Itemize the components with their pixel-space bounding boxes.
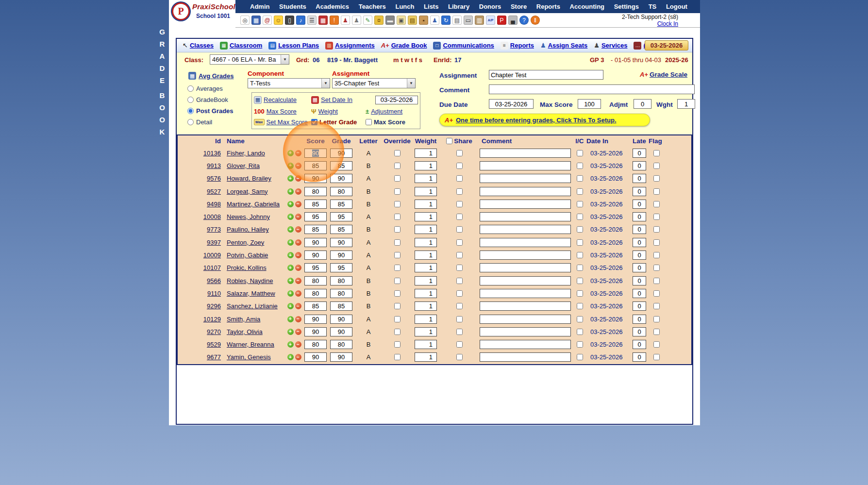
increment-score-button[interactable]: + [287,265,294,271]
override-checkbox[interactable] [394,316,401,322]
adjmt-input[interactable] [634,99,651,109]
share-checkbox[interactable] [456,163,463,169]
share-all-checkbox[interactable] [446,138,452,144]
share-checkbox[interactable] [456,265,463,271]
top-nav-reports[interactable]: Reports [536,3,560,10]
student-icon[interactable]: ♟ [341,16,350,25]
comment-input[interactable] [480,161,571,170]
student-name-link[interactable]: Yamin, Genesis [227,353,271,361]
flag-checkbox[interactable] [653,354,660,360]
help-icon[interactable]: ? [519,16,529,25]
late-input[interactable] [633,301,646,311]
calendar-icon[interactable]: ▦ [318,16,328,25]
ic-checkbox[interactable] [577,175,583,182]
student-name-link[interactable]: Martinez, Gabriella [227,201,280,208]
student-id-link[interactable]: 10136 [203,150,221,157]
flag-checkbox[interactable] [653,214,660,220]
student-id-link[interactable]: 9296 [207,302,221,310]
share-checkbox[interactable] [456,252,463,258]
score-input[interactable] [304,174,327,183]
late-input[interactable] [633,238,646,247]
search-icon[interactable]: ◎ [240,16,250,25]
grade-input[interactable] [330,352,352,362]
share-checkbox[interactable] [456,201,463,207]
weight-input[interactable] [415,340,437,349]
share-checkbox[interactable] [456,150,463,156]
override-checkbox[interactable] [394,214,401,220]
share-checkbox[interactable] [456,175,463,182]
ic-checkbox[interactable] [577,303,583,309]
late-input[interactable] [633,149,646,158]
radio-post-grades[interactable] [187,108,194,114]
weight-input[interactable] [415,263,437,272]
share-checkbox[interactable] [456,303,463,309]
score-input[interactable] [304,340,327,349]
student-name-link[interactable]: Lorgeat, Samy [227,188,268,195]
flag-checkbox[interactable] [653,201,660,207]
weight-input[interactable] [415,289,437,298]
share-checkbox[interactable] [456,226,463,233]
top-nav-logout[interactable]: Logout [666,3,687,10]
late-input[interactable] [633,200,646,209]
score-input[interactable] [304,149,327,158]
increment-score-button[interactable]: + [287,188,294,195]
late-input[interactable] [633,327,646,336]
weight-input[interactable] [415,225,437,234]
decrement-score-button[interactable]: − [295,188,301,195]
student-id-link[interactable]: 10008 [203,213,221,220]
score-input[interactable] [304,251,327,260]
score-input[interactable] [304,238,327,247]
decrement-score-button[interactable]: − [295,278,301,284]
subnav-communications[interactable]: □Communications [433,42,494,50]
sound-icon[interactable]: ♪ [296,16,305,25]
max-score-input[interactable] [578,99,601,109]
class-select[interactable]: 4667 - 06 ELA - Mr. Ba ▼ [210,54,289,65]
set-date-in-input[interactable] [375,96,418,104]
weight-input[interactable] [415,327,437,336]
score-input[interactable] [304,212,327,221]
ic-checkbox[interactable] [577,341,583,348]
megaphone-icon[interactable]: ! [330,16,339,25]
grade-input[interactable] [330,238,352,247]
person-icon[interactable]: ♟ [352,16,361,25]
ic-checkbox[interactable] [577,150,583,156]
decrement-score-button[interactable]: − [295,265,301,271]
student-id-link[interactable]: 9566 [207,277,221,284]
flag-checkbox[interactable] [653,290,660,297]
subnav-classes[interactable]: ↖Classes [183,42,214,49]
set-date-in-link[interactable]: Set Date In [321,96,352,103]
radio-averages[interactable] [187,85,194,92]
pause-icon[interactable]: ‖ [531,16,540,25]
override-checkbox[interactable] [394,341,401,348]
grade-input[interactable] [330,301,352,311]
decrement-score-button[interactable]: − [295,163,301,169]
increment-score-button[interactable]: + [287,175,294,182]
student-name-link[interactable]: Glover, Rita [227,162,260,169]
override-checkbox[interactable] [394,226,401,233]
decrement-score-button[interactable]: − [295,290,301,297]
grade-input[interactable] [330,225,352,234]
document-icon[interactable]: ▤ [452,16,462,25]
increment-score-button[interactable]: + [287,303,294,309]
weight-input[interactable] [415,149,437,158]
increment-score-button[interactable]: + [287,226,294,233]
score-input[interactable] [304,225,327,234]
override-checkbox[interactable] [394,354,401,360]
due-date-input[interactable] [489,99,534,109]
comment-input[interactable] [480,200,571,209]
radio-detail[interactable] [187,119,194,125]
late-input[interactable] [633,187,646,196]
flag-checkbox[interactable] [653,303,660,309]
override-checkbox[interactable] [394,175,401,182]
late-input[interactable] [633,263,646,272]
ic-checkbox[interactable] [577,214,583,220]
print-icon[interactable]: ▄ [508,16,517,25]
flag-checkbox[interactable] [653,278,660,284]
late-input[interactable] [633,225,646,234]
flag-checkbox[interactable] [653,175,660,182]
setup-notice-button[interactable]: A+ One time before entering grades, Clic… [439,114,650,126]
grade-input[interactable] [330,263,352,272]
flag-checkbox[interactable] [653,341,660,348]
student-name-link[interactable]: Newes, Johnny [227,213,270,220]
grade-input[interactable] [330,340,352,349]
